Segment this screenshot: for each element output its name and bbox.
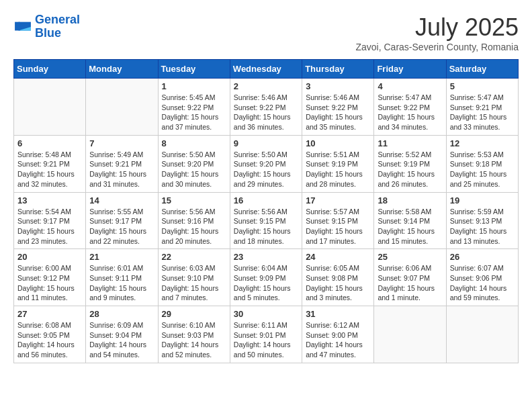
calendar-cell: 11Sunrise: 5:52 AM Sunset: 9:19 PM Dayli…: [374, 135, 446, 192]
page-header: General Blue July 2025 Zavoi, Caras-Seve…: [13, 13, 519, 52]
day-info: Sunrise: 6:12 AM Sunset: 9:00 PM Dayligh…: [306, 320, 370, 360]
day-info: Sunrise: 6:04 AM Sunset: 9:09 PM Dayligh…: [234, 263, 298, 303]
day-info: Sunrise: 6:10 AM Sunset: 9:03 PM Dayligh…: [162, 320, 226, 360]
calendar-cell: 18Sunrise: 5:58 AM Sunset: 9:14 PM Dayli…: [374, 192, 446, 249]
day-info: Sunrise: 5:49 AM Sunset: 9:21 PM Dayligh…: [89, 150, 154, 189]
day-number: 13: [17, 195, 82, 205]
weekday-header-sunday: Sunday: [14, 60, 86, 79]
day-info: Sunrise: 6:06 AM Sunset: 9:07 PM Dayligh…: [378, 263, 442, 303]
week-row-1: 1Sunrise: 5:45 AM Sunset: 9:22 PM Daylig…: [14, 79, 519, 136]
day-number: 4: [378, 81, 442, 91]
day-info: Sunrise: 5:50 AM Sunset: 9:20 PM Dayligh…: [234, 150, 298, 189]
calendar-cell: 14Sunrise: 5:55 AM Sunset: 9:17 PM Dayli…: [86, 192, 158, 249]
day-number: 10: [306, 138, 370, 148]
day-number: 7: [89, 138, 154, 148]
calendar-cell: 16Sunrise: 5:56 AM Sunset: 9:15 PM Dayli…: [230, 192, 302, 249]
weekday-header-friday: Friday: [374, 60, 446, 79]
calendar-cell: 15Sunrise: 5:56 AM Sunset: 9:16 PM Dayli…: [158, 192, 230, 249]
calendar-cell: 13Sunrise: 5:54 AM Sunset: 9:17 PM Dayli…: [14, 192, 86, 249]
day-number: 2: [234, 81, 298, 91]
day-number: 5: [450, 81, 515, 91]
weekday-header-thursday: Thursday: [302, 60, 374, 79]
calendar-cell: 25Sunrise: 6:06 AM Sunset: 9:07 PM Dayli…: [374, 249, 446, 306]
day-info: Sunrise: 5:54 AM Sunset: 9:17 PM Dayligh…: [17, 207, 82, 246]
calendar-cell: 26Sunrise: 6:07 AM Sunset: 9:06 PM Dayli…: [446, 249, 518, 306]
logo-line1: General: [35, 13, 80, 26]
day-info: Sunrise: 5:50 AM Sunset: 9:20 PM Dayligh…: [162, 150, 226, 189]
logo-text: General Blue: [35, 13, 80, 40]
day-info: Sunrise: 5:48 AM Sunset: 9:21 PM Dayligh…: [17, 150, 82, 189]
calendar-table: SundayMondayTuesdayWednesdayThursdayFrid…: [13, 59, 519, 363]
day-info: Sunrise: 5:52 AM Sunset: 9:19 PM Dayligh…: [378, 150, 442, 189]
day-number: 1: [162, 81, 226, 91]
weekday-header-monday: Monday: [86, 60, 158, 79]
day-number: 16: [234, 195, 298, 205]
calendar-cell: 27Sunrise: 6:08 AM Sunset: 9:05 PM Dayli…: [14, 306, 86, 363]
calendar-cell: 24Sunrise: 6:05 AM Sunset: 9:08 PM Dayli…: [302, 249, 374, 306]
svg-rect-2: [15, 21, 19, 30]
calendar-cell: 23Sunrise: 6:04 AM Sunset: 9:09 PM Dayli…: [230, 249, 302, 306]
day-number: 24: [306, 252, 370, 262]
day-number: 27: [17, 309, 82, 319]
day-number: 8: [162, 138, 226, 148]
weekday-header-row: SundayMondayTuesdayWednesdayThursdayFrid…: [14, 60, 519, 79]
day-number: 23: [234, 252, 298, 262]
calendar-cell: 3Sunrise: 5:46 AM Sunset: 9:22 PM Daylig…: [302, 79, 374, 136]
calendar-cell: 1Sunrise: 5:45 AM Sunset: 9:22 PM Daylig…: [158, 79, 230, 136]
day-info: Sunrise: 5:46 AM Sunset: 9:22 PM Dayligh…: [306, 93, 370, 132]
day-number: 17: [306, 195, 370, 205]
calendar-cell: 28Sunrise: 6:09 AM Sunset: 9:04 PM Dayli…: [86, 306, 158, 363]
calendar-cell: 7Sunrise: 5:49 AM Sunset: 9:21 PM Daylig…: [86, 135, 158, 192]
day-info: Sunrise: 6:03 AM Sunset: 9:10 PM Dayligh…: [162, 263, 226, 303]
week-row-3: 13Sunrise: 5:54 AM Sunset: 9:17 PM Dayli…: [14, 192, 519, 249]
day-info: Sunrise: 6:07 AM Sunset: 9:06 PM Dayligh…: [450, 263, 515, 303]
calendar-cell: 10Sunrise: 5:51 AM Sunset: 9:19 PM Dayli…: [302, 135, 374, 192]
day-number: 21: [89, 252, 154, 262]
calendar-cell: 8Sunrise: 5:50 AM Sunset: 9:20 PM Daylig…: [158, 135, 230, 192]
day-number: 31: [306, 309, 370, 319]
calendar-title: July 2025: [355, 13, 519, 42]
day-info: Sunrise: 5:47 AM Sunset: 9:21 PM Dayligh…: [450, 93, 515, 132]
day-number: 3: [306, 81, 370, 91]
day-info: Sunrise: 5:55 AM Sunset: 9:17 PM Dayligh…: [89, 207, 154, 246]
calendar-subtitle: Zavoi, Caras-Severin County, Romania: [355, 42, 519, 52]
calendar-cell: 2Sunrise: 5:46 AM Sunset: 9:22 PM Daylig…: [230, 79, 302, 136]
day-info: Sunrise: 5:56 AM Sunset: 9:16 PM Dayligh…: [162, 207, 226, 246]
day-number: 28: [89, 309, 154, 319]
day-info: Sunrise: 6:01 AM Sunset: 9:11 PM Dayligh…: [89, 263, 154, 303]
day-number: 12: [450, 138, 515, 148]
day-info: Sunrise: 6:08 AM Sunset: 9:05 PM Dayligh…: [17, 320, 82, 360]
day-info: Sunrise: 5:58 AM Sunset: 9:14 PM Dayligh…: [378, 207, 442, 246]
day-number: 19: [450, 195, 515, 205]
calendar-cell: 6Sunrise: 5:48 AM Sunset: 9:21 PM Daylig…: [14, 135, 86, 192]
day-info: Sunrise: 5:56 AM Sunset: 9:15 PM Dayligh…: [234, 207, 298, 246]
day-info: Sunrise: 6:11 AM Sunset: 9:01 PM Dayligh…: [234, 320, 298, 360]
calendar-cell: 19Sunrise: 5:59 AM Sunset: 9:13 PM Dayli…: [446, 192, 518, 249]
day-number: 25: [378, 252, 442, 262]
calendar-cell: 5Sunrise: 5:47 AM Sunset: 9:21 PM Daylig…: [446, 79, 518, 136]
weekday-header-wednesday: Wednesday: [230, 60, 302, 79]
title-block: July 2025 Zavoi, Caras-Severin County, R…: [355, 13, 519, 52]
calendar-cell: 22Sunrise: 6:03 AM Sunset: 9:10 PM Dayli…: [158, 249, 230, 306]
day-number: 14: [89, 195, 154, 205]
day-number: 22: [162, 252, 226, 262]
calendar-cell: 21Sunrise: 6:01 AM Sunset: 9:11 PM Dayli…: [86, 249, 158, 306]
day-info: Sunrise: 5:51 AM Sunset: 9:19 PM Dayligh…: [306, 150, 370, 189]
calendar-cell: 17Sunrise: 5:57 AM Sunset: 9:15 PM Dayli…: [302, 192, 374, 249]
day-number: 18: [378, 195, 442, 205]
day-info: Sunrise: 5:53 AM Sunset: 9:18 PM Dayligh…: [450, 150, 515, 189]
day-info: Sunrise: 6:05 AM Sunset: 9:08 PM Dayligh…: [306, 263, 370, 303]
calendar-cell: 9Sunrise: 5:50 AM Sunset: 9:20 PM Daylig…: [230, 135, 302, 192]
day-number: 26: [450, 252, 515, 262]
logo-icon: [13, 19, 32, 34]
week-row-5: 27Sunrise: 6:08 AM Sunset: 9:05 PM Dayli…: [14, 306, 519, 363]
day-info: Sunrise: 5:59 AM Sunset: 9:13 PM Dayligh…: [450, 207, 515, 246]
calendar-cell: 31Sunrise: 6:12 AM Sunset: 9:00 PM Dayli…: [302, 306, 374, 363]
weekday-header-saturday: Saturday: [446, 60, 518, 79]
day-number: 9: [234, 138, 298, 148]
day-info: Sunrise: 5:46 AM Sunset: 9:22 PM Dayligh…: [234, 93, 298, 132]
calendar-cell: 30Sunrise: 6:11 AM Sunset: 9:01 PM Dayli…: [230, 306, 302, 363]
day-info: Sunrise: 6:09 AM Sunset: 9:04 PM Dayligh…: [89, 320, 154, 360]
calendar-cell: 12Sunrise: 5:53 AM Sunset: 9:18 PM Dayli…: [446, 135, 518, 192]
day-number: 15: [162, 195, 226, 205]
